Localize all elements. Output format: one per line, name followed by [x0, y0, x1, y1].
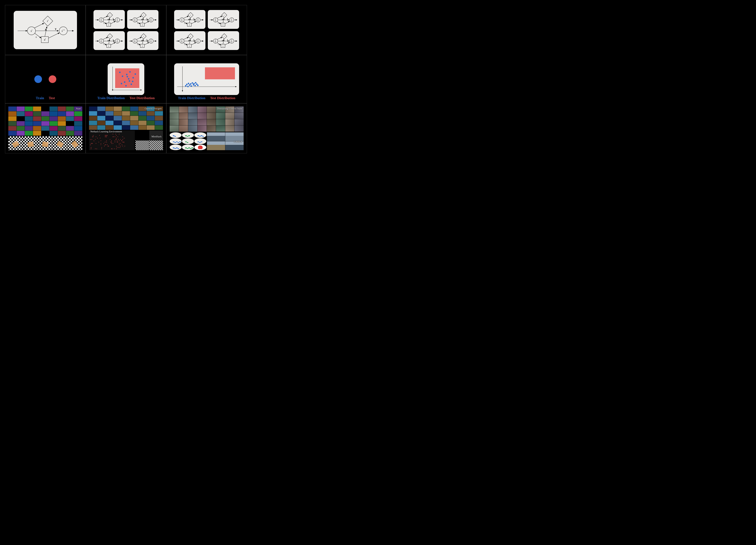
node-next-state-sup: t+1: [63, 29, 65, 31]
mosaic-tile: [105, 111, 113, 116]
mosaic-tile: [41, 131, 49, 135]
mosaic-tile: [23, 136, 38, 150]
svg-point-53: [132, 81, 133, 82]
mosaic-tile: [17, 131, 25, 135]
mosaic-tile: [17, 121, 25, 126]
mosaic-tile: [8, 131, 16, 135]
causal-tile: [194, 145, 206, 150]
causal-tile: [194, 138, 206, 144]
mosaic-tile: [58, 111, 66, 116]
causalworld-block: CausalWorld: [170, 132, 206, 150]
mini-mdp: [93, 31, 125, 50]
mosaic-tile: [149, 131, 163, 140]
mosaic-tile: [216, 113, 225, 119]
mosaic-tile: [17, 111, 25, 116]
mosaic-tile: [49, 126, 57, 131]
mosaic-tile: [135, 131, 149, 140]
mosaic-tile: [147, 111, 155, 116]
mosaic-tile: [25, 131, 33, 135]
mosaic-tile: [53, 136, 67, 150]
figure-grid: st π at rt R: [0, 0, 252, 181]
mosaic-tile: [122, 125, 130, 130]
cell-mdp-grid-2: [166, 5, 247, 55]
reward-fn-label: R: [45, 28, 47, 31]
transition-label: T: [55, 28, 57, 31]
nethack-label: Nethack Learning Environment: [90, 131, 122, 132]
mosaic-tile: [8, 136, 23, 150]
mosaic-tile: [66, 116, 74, 121]
mdp-panel: st π at rt R: [14, 11, 77, 49]
svg-point-68: [195, 82, 196, 83]
svg-line-8: [34, 23, 44, 28]
svg-point-52: [127, 76, 128, 77]
policy-label: π: [35, 36, 37, 38]
test-label: Test Distribution: [129, 96, 155, 100]
svg-point-60: [188, 83, 189, 84]
mosaic-tile: [8, 111, 16, 116]
svg-text:rt: rt: [47, 19, 48, 23]
mosaic-tile: [130, 125, 138, 130]
svg-point-43: [126, 74, 127, 75]
mosaic-tile: [225, 113, 234, 119]
nethack-row: Nethack Learning Environment . .. #. # #…: [89, 131, 163, 150]
mosaic-tile: [17, 107, 25, 111]
minihack-block: MiniHack: [135, 131, 163, 150]
procgen-block: OpenAI Procgen: [89, 107, 163, 130]
mosaic-tile: [49, 121, 57, 126]
test-label: Test: [49, 96, 55, 100]
mosaic-tile: [122, 121, 130, 125]
mosaic-tile: [49, 107, 57, 111]
mosaic-tile: [25, 107, 33, 111]
mosaic-tile: [74, 111, 82, 116]
mosaic-tile: [234, 125, 244, 132]
mosaic-tile: [66, 131, 74, 135]
mini-mdp: [174, 10, 205, 29]
mosaic-tile: [216, 125, 225, 132]
mosaic-tile: [114, 111, 122, 116]
mosaic-tile: [58, 121, 66, 126]
mini-mdp: [93, 10, 125, 29]
mosaic-tile: [155, 121, 163, 125]
mdp-mini-grid: [93, 10, 158, 50]
mosaic-tile: [8, 126, 16, 131]
mosaic-tile: [188, 113, 197, 119]
svg-text:at: at: [44, 37, 46, 41]
iid-panel: [108, 63, 144, 95]
mosaic-tile: [89, 121, 97, 125]
svg-point-70: [197, 85, 199, 86]
mosaic-tile: [8, 116, 16, 121]
train-label: Train Distribution: [97, 96, 125, 100]
mosaic-tile: [17, 116, 25, 121]
mosaic-tile: [234, 107, 244, 113]
causal-tile: [170, 132, 182, 138]
mosaic-tile: [58, 126, 66, 131]
mini-mdp: [208, 10, 239, 29]
mosaic-tile: [170, 119, 179, 125]
mosaic-tile: [114, 107, 122, 111]
mosaic-tile: [188, 107, 197, 113]
singleton-dots: [34, 75, 56, 83]
mosaic-tile: [8, 121, 16, 126]
mosaic-tile: [179, 107, 188, 113]
mosaic-tile: [97, 121, 105, 125]
test-label: Test Distribution: [210, 96, 235, 100]
mosaic-tile: [74, 116, 82, 121]
svg-text:st: st: [31, 29, 32, 33]
mosaic-tile: [41, 116, 49, 121]
mosaic-tile: [74, 107, 82, 111]
mosaic-tile: [17, 126, 25, 131]
mosaic-tile: [66, 107, 74, 111]
ood-chart: [176, 65, 237, 93]
mosaic-tile: [216, 107, 225, 113]
svg-point-49: [121, 83, 122, 84]
cell-singleton: Train Test: [5, 55, 86, 103]
labels-ood: Train Distribution Test Distribution: [166, 96, 247, 100]
mosaic-tile: [97, 107, 105, 111]
mosaic-tile: [105, 107, 113, 111]
cell-iid: Train Distribution Test Distribution: [86, 55, 166, 103]
mosaic-procgen: OpenAI Procgen Nethack Learning Environm…: [89, 107, 163, 150]
mosaic-tile: [114, 125, 122, 130]
mdp-diagram: st π at rt R: [16, 13, 75, 47]
mosaic-tile: [49, 116, 57, 121]
mosaic-classic: Atari MuJoCo: [8, 107, 82, 150]
